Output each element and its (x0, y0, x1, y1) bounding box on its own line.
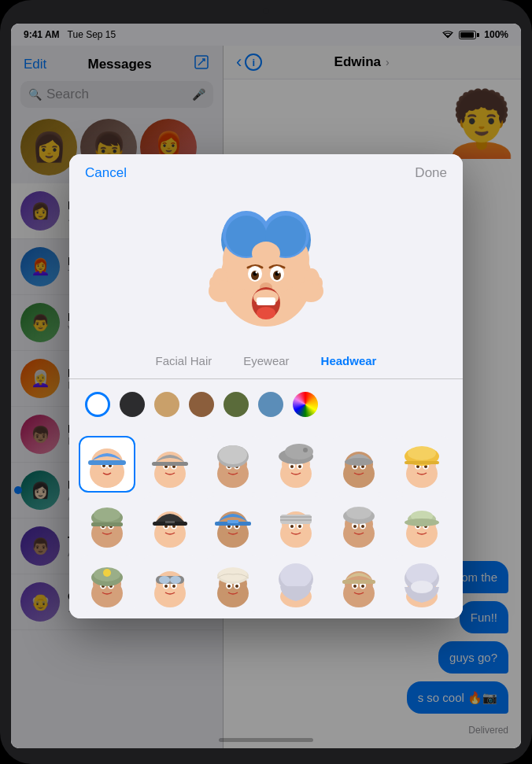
svg-point-66 (298, 465, 301, 468)
headwear-grid (69, 430, 463, 618)
svg-point-28 (212, 272, 220, 286)
svg-point-16 (256, 271, 258, 273)
svg-point-171 (164, 585, 168, 588)
color-swatch-rainbow[interactable] (293, 392, 318, 417)
ipad-screen: 9:41 AM Tue Sep 15 100% (11, 24, 521, 748)
headwear-item[interactable] (205, 555, 261, 612)
headwear-item[interactable] (205, 496, 261, 552)
tab-headwear[interactable]: Headwear (321, 354, 377, 367)
svg-point-172 (172, 585, 175, 588)
svg-point-141 (346, 507, 371, 519)
svg-rect-89 (405, 461, 439, 464)
headwear-item[interactable] (331, 555, 387, 612)
svg-point-22 (257, 307, 275, 319)
memoji-editor-modal: Cancel Done (69, 154, 463, 618)
svg-rect-110 (165, 521, 175, 523)
svg-point-128 (298, 525, 301, 528)
svg-rect-130 (280, 516, 312, 518)
svg-point-152 (405, 519, 439, 526)
headwear-item[interactable] (268, 496, 324, 552)
svg-point-58 (219, 445, 247, 464)
headwear-item[interactable] (268, 555, 324, 612)
tab-facial-hair[interactable]: Facial Hair (156, 354, 212, 367)
svg-point-174 (159, 576, 170, 584)
memoji-face-svg (199, 197, 333, 330)
svg-point-138 (353, 525, 357, 528)
svg-point-182 (227, 585, 231, 588)
cancel-button[interactable]: Cancel (85, 165, 127, 181)
memoji-preview-area (69, 189, 463, 346)
svg-rect-39 (88, 460, 126, 465)
tab-eyewear[interactable]: Eyewear (243, 354, 289, 367)
svg-point-78 (345, 458, 373, 466)
svg-point-183 (235, 585, 238, 588)
headwear-item[interactable] (142, 555, 198, 612)
color-swatch-olive[interactable] (224, 392, 249, 417)
done-button[interactable]: Done (415, 165, 447, 181)
svg-rect-48 (152, 462, 188, 466)
svg-point-30 (312, 272, 320, 286)
color-swatch-brown[interactable] (189, 392, 214, 417)
category-tabs: Facial Hair Eyewear Headwear (69, 346, 463, 379)
svg-point-9 (252, 242, 280, 265)
svg-rect-204 (342, 580, 375, 584)
color-swatch-black[interactable] (120, 392, 145, 417)
headwear-item[interactable] (331, 436, 387, 493)
modal-overlay: Cancel Done (11, 24, 521, 748)
headwear-item[interactable] (393, 436, 450, 493)
svg-point-69 (303, 448, 308, 452)
headwear-item[interactable] (393, 555, 450, 612)
modal-header: Cancel Done (69, 154, 463, 189)
svg-point-88 (408, 446, 436, 460)
svg-point-65 (290, 465, 294, 468)
svg-point-195 (280, 563, 312, 589)
svg-point-17 (278, 271, 280, 273)
svg-point-68 (285, 444, 313, 460)
headwear-item[interactable] (268, 436, 324, 493)
color-swatches (69, 379, 463, 430)
headwear-item[interactable] (142, 496, 198, 552)
svg-rect-21 (257, 297, 275, 305)
color-swatch-none[interactable] (85, 392, 110, 417)
headwear-item[interactable] (79, 555, 135, 612)
headwear-item[interactable] (79, 436, 135, 493)
headwear-item[interactable] (205, 436, 261, 493)
headwear-item[interactable] (393, 496, 450, 552)
headwear-item[interactable] (331, 496, 387, 552)
svg-rect-131 (280, 519, 312, 521)
svg-point-99 (94, 507, 120, 522)
svg-point-127 (290, 525, 294, 528)
svg-point-139 (361, 525, 364, 528)
svg-rect-100 (91, 522, 123, 526)
color-swatch-tan[interactable] (154, 392, 179, 417)
ipad-frame: 9:41 AM Tue Sep 15 100% (0, 0, 532, 764)
svg-point-175 (170, 576, 181, 584)
svg-point-203 (361, 585, 364, 588)
camera-dot (263, 8, 269, 14)
headwear-item[interactable] (142, 436, 198, 493)
headwear-item[interactable] (79, 496, 135, 552)
svg-point-215 (411, 581, 433, 593)
svg-rect-120 (227, 520, 238, 523)
color-swatch-blue[interactable] (258, 392, 283, 417)
svg-point-202 (353, 585, 357, 588)
